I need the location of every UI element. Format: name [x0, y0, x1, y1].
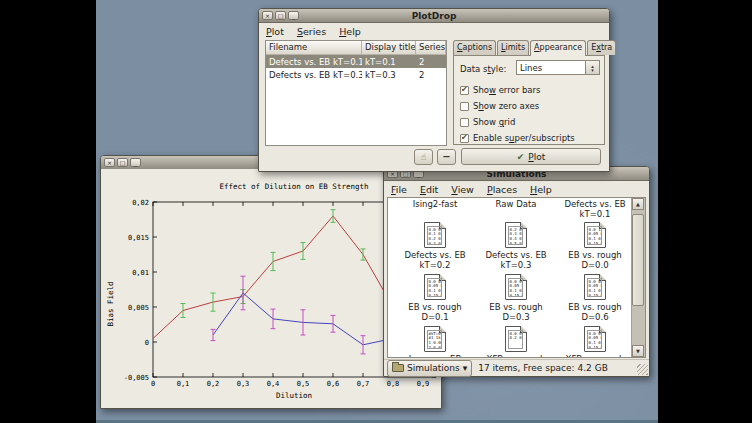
- svg-text:Bias Field: Bias Field: [106, 281, 115, 326]
- vertical-scrollbar[interactable]: ▲ ▼: [631, 198, 645, 357]
- column-header[interactable]: Display title: [362, 41, 416, 54]
- svg-text:0,2: 0,2: [207, 380, 220, 388]
- appearance-panel: Data style: Lines ▴▾ Show error barsShow…: [453, 55, 605, 145]
- menu-view[interactable]: View: [451, 184, 474, 195]
- svg-text:0,005: 0,005: [128, 304, 149, 312]
- statusbar-info: 17 items, Free space: 4.2 GB: [478, 363, 608, 373]
- plotdrop-window-title: PlotDrop: [259, 11, 609, 21]
- document-preview-text: 0.2 0. 0.3 0. 0.4 0. 0.5 0.: [508, 226, 523, 245]
- checkbox[interactable]: [460, 134, 469, 143]
- menu-plot[interactable]: Plot: [266, 26, 284, 37]
- series-file-list[interactable]: FilenameDisplay titleSeries Defects vs. …: [265, 40, 447, 146]
- file-item[interactable]: 0.0 0. 0.05 0 0.1 0. 0.15 0EB vs. rough …: [477, 274, 555, 322]
- file-item[interactable]: 0.0 1. 0.05 0 0.1 0. 0.15 0EB vs. rough …: [556, 222, 634, 270]
- checkbox-label: Show grid: [473, 117, 515, 127]
- minimize-icon[interactable]: _: [288, 11, 299, 20]
- maximize-icon[interactable]: □: [275, 11, 286, 20]
- checkbox[interactable]: [460, 118, 469, 127]
- column-header[interactable]: Series: [416, 41, 446, 54]
- svg-text:0,015: 0,015: [128, 234, 149, 242]
- menu-series[interactable]: Series: [297, 26, 326, 37]
- plotdrop-window-controls: ×□_: [259, 11, 299, 20]
- document-icon: 0.0 1. 0.05 0 0.1 0. 0.15 0: [584, 222, 606, 248]
- remove-series-button[interactable]: −: [437, 149, 456, 165]
- tab-appearance[interactable]: Appearance: [530, 40, 586, 56]
- file-item[interactable]: 0.0 0. 0.05 0 0.1 0. 0.15 0EB vs. rough …: [396, 274, 474, 322]
- resize-grip[interactable]: [637, 364, 648, 375]
- minimize-icon[interactable]: _: [130, 158, 141, 167]
- statusbar: Simulations ▾ 17 items, Free space: 4.2 …: [384, 359, 649, 376]
- check-icon: ✔: [517, 152, 525, 162]
- svg-text:0,3: 0,3: [237, 380, 250, 388]
- file-item[interactable]: #kT=0. #1 1k 1 0.00 2 0.01Layer vs. EB: [396, 326, 474, 358]
- file-item[interactable]: Ising2-fast: [396, 199, 474, 209]
- file-label: Raw Data: [496, 199, 537, 209]
- checkbox[interactable]: [460, 86, 469, 95]
- file-label: Ising2-fast: [413, 199, 458, 209]
- plot-window-controls: ×□_: [101, 158, 141, 167]
- file-item[interactable]: Raw Data: [477, 199, 555, 209]
- document-preview-text: 0.0 0. 0.05 0 0.1 0. 0.15 0: [508, 278, 523, 297]
- location-label: Simulations: [407, 363, 460, 373]
- document-icon: 0.0 0. 0.1 0. 0.2 0. 0.3 0.: [424, 222, 446, 248]
- checkbox-label: Enable super/subscripts: [473, 133, 575, 143]
- plot-button-label: Plot: [528, 152, 545, 162]
- file-item[interactable]: 0.0 0. 0.2 0.XFB vs. rough: [477, 326, 555, 358]
- table-cell: kT=0.1: [362, 57, 416, 67]
- checkbox[interactable]: [460, 102, 469, 111]
- close-icon[interactable]: ×: [104, 158, 115, 167]
- list-header[interactable]: FilenameDisplay titleSeries: [266, 41, 446, 55]
- menu-help[interactable]: Help: [339, 26, 361, 37]
- menu-edit[interactable]: Edit: [420, 184, 438, 195]
- file-label: XFB vs. rough: [487, 354, 546, 358]
- svg-text:0,6: 0,6: [327, 380, 340, 388]
- table-row[interactable]: Defects vs. EB kT=0.3kT=0.32: [266, 68, 446, 81]
- svg-text:0,8: 0,8: [387, 380, 400, 388]
- svg-text:0,7: 0,7: [357, 380, 370, 388]
- menu-file[interactable]: File: [391, 184, 407, 195]
- menu-help[interactable]: Help: [530, 184, 552, 195]
- column-header[interactable]: Filename: [266, 41, 362, 54]
- file-label: EB vs. rough D=0.6: [568, 302, 621, 322]
- svg-text:0,1: 0,1: [177, 380, 190, 388]
- scroll-down-icon[interactable]: ▼: [632, 345, 644, 357]
- maximize-icon[interactable]: □: [117, 158, 128, 167]
- file-label: EB vs. rough D=0.0: [568, 250, 621, 270]
- plot-button[interactable]: ✔ Plot: [461, 148, 601, 165]
- svg-text:Effect of Dilution on EB Stren: Effect of Dilution on EB Strength: [219, 182, 368, 191]
- file-item[interactable]: Defects vs. EB kT=0.1: [556, 199, 634, 219]
- file-label: Defects vs. EB kT=0.2: [404, 250, 465, 270]
- tab-captions[interactable]: Captions: [453, 40, 496, 55]
- close-icon[interactable]: ×: [262, 11, 273, 20]
- simulations-menubar: FileEditViewPlacesHelp: [384, 181, 649, 197]
- svg-text:0,5: 0,5: [297, 380, 310, 388]
- file-item[interactable]: 0.0 0. 0.05 0 0.1 0. 0.15 0EB vs. rough …: [556, 274, 634, 322]
- file-icon-view[interactable]: Ising2-fastRaw DataDefects vs. EB kT=0.1…: [387, 197, 646, 358]
- document-preview-text: 0.0 0. 0.1 0. 0.2 0. 0.3 0.: [427, 226, 442, 245]
- hand-edit-icon: ☝: [421, 152, 426, 162]
- menu-places[interactable]: Places: [487, 184, 517, 195]
- table-cell: 2: [416, 57, 446, 67]
- file-item[interactable]: 0.0 0. 0.1 0. 0.2 0. 0.3 0.Defects vs. E…: [396, 222, 474, 270]
- location-button[interactable]: Simulations ▾: [387, 360, 472, 377]
- file-item[interactable]: 0.0 0. 0.05 0 0.1 0. 0.15 0XFB vs. rough: [556, 326, 634, 358]
- spinner-arrows-icon[interactable]: ▴▾: [585, 61, 599, 74]
- svg-text:-0,005: -0,005: [124, 374, 149, 382]
- file-label: XFB vs. rough: [566, 354, 625, 358]
- scrollbar-thumb[interactable]: [632, 214, 644, 306]
- scroll-up-icon[interactable]: ▲: [632, 198, 644, 210]
- plotdrop-titlebar[interactable]: ×□_ PlotDrop: [259, 9, 609, 23]
- table-row[interactable]: Defects vs. EB kT=0.1kT=0.12: [266, 55, 446, 68]
- option-enable-super-subscripts: Enable super/subscripts: [460, 133, 575, 143]
- data-style-select[interactable]: Lines ▴▾: [516, 60, 600, 75]
- checkbox-label: Show error bars: [473, 85, 540, 95]
- data-style-label: Data style:: [460, 64, 506, 74]
- document-preview-text: 0.0 0. 0.05 0 0.1 0. 0.15 0: [587, 278, 602, 297]
- tab-limits[interactable]: Limits: [497, 40, 529, 55]
- edit-series-button[interactable]: ☝: [414, 149, 433, 165]
- document-preview-text: 0.0 1. 0.05 0 0.1 0. 0.15 0: [587, 226, 602, 245]
- svg-text:0: 0: [145, 339, 149, 347]
- table-cell: Defects vs. EB kT=0.1: [266, 57, 362, 67]
- file-item[interactable]: 0.2 0. 0.3 0. 0.4 0. 0.5 0.Defects vs. E…: [477, 222, 555, 270]
- tab-extra[interactable]: Extra: [587, 40, 616, 55]
